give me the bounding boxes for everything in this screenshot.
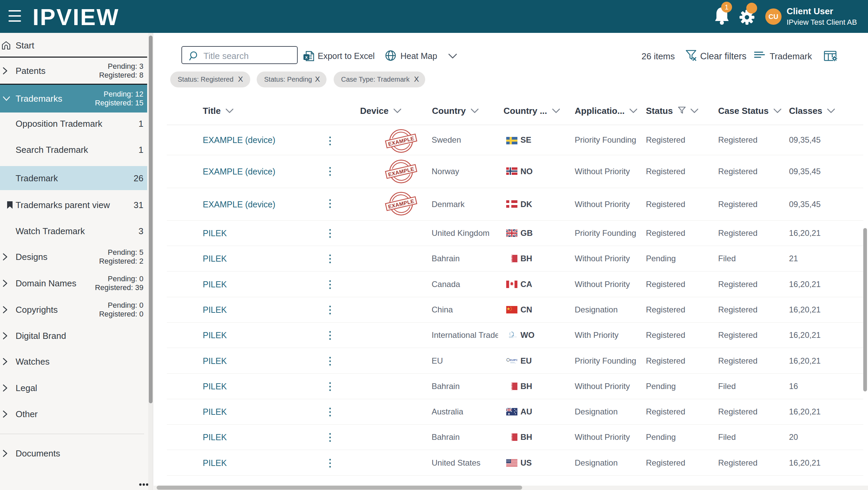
svg-text:x: x: [305, 55, 308, 60]
svg-text:EUIPO: EUIPO: [510, 359, 517, 362]
